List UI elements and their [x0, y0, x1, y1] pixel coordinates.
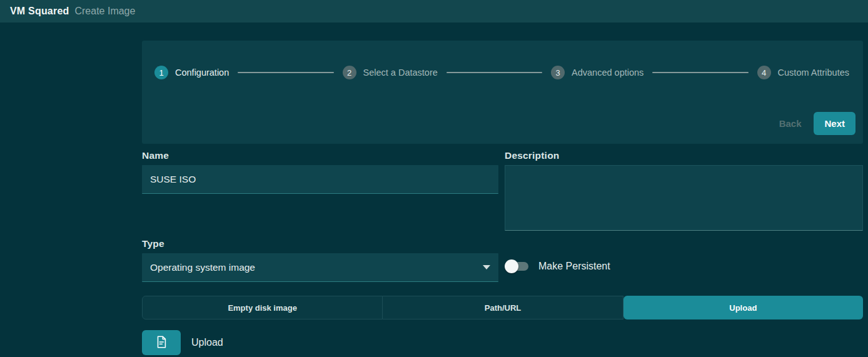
description-label: Description	[505, 150, 863, 161]
persistent-field-group: Make Persistent	[505, 238, 863, 282]
step-number-badge: 3	[551, 66, 565, 79]
make-persistent-toggle[interactable]	[505, 259, 530, 273]
description-field-group: Description	[505, 150, 863, 233]
step-connector-line	[447, 72, 542, 73]
make-persistent-label: Make Persistent	[538, 261, 610, 272]
main-content: 1 Configuration 2 Select a Datastore 3 A…	[142, 41, 863, 355]
app-header: VM Squared Create Image	[0, 0, 868, 23]
type-select-value: Operating system image	[150, 262, 255, 273]
tab-path-url[interactable]: Path/URL	[383, 296, 623, 319]
brand-logo: VM Squared	[10, 6, 69, 17]
step-label: Select a Datastore	[363, 68, 438, 78]
step-label: Configuration	[175, 68, 229, 78]
name-field-group: Name	[142, 150, 498, 233]
image-form: Name Description Type Operating system i…	[142, 150, 863, 282]
type-field-group: Type Operating system image	[142, 238, 498, 282]
image-source-tabs: Empty disk image Path/URL Upload	[142, 296, 863, 319]
back-button[interactable]: Back	[779, 118, 802, 129]
step-number-badge: 2	[343, 66, 356, 79]
step-connector-line	[238, 72, 333, 73]
wizard-actions: Back Next	[779, 112, 855, 135]
step-number-badge: 1	[154, 66, 168, 79]
upload-row: Upload	[142, 330, 863, 355]
tab-upload[interactable]: Upload	[623, 296, 863, 319]
step-configuration[interactable]: 1 Configuration	[154, 66, 229, 79]
name-label: Name	[142, 150, 498, 161]
type-select[interactable]: Operating system image	[142, 253, 498, 282]
step-advanced-options[interactable]: 3 Advanced options	[551, 66, 643, 79]
toggle-knob	[505, 259, 518, 273]
step-custom-attributes[interactable]: 4 Custom Attributes	[757, 66, 849, 79]
chevron-down-icon	[483, 265, 490, 269]
tab-empty-disk-image[interactable]: Empty disk image	[142, 296, 383, 319]
next-button[interactable]: Next	[814, 112, 855, 135]
description-textarea[interactable]	[505, 165, 863, 231]
step-number-badge: 4	[757, 66, 771, 79]
step-label: Advanced options	[572, 68, 643, 78]
step-connector-line	[652, 72, 748, 73]
step-label: Custom Attributes	[778, 68, 849, 78]
type-label: Type	[142, 238, 498, 249]
wizard-stepper: 1 Configuration 2 Select a Datastore 3 A…	[142, 41, 863, 79]
name-input[interactable]	[142, 165, 498, 194]
step-select-datastore[interactable]: 2 Select a Datastore	[343, 66, 438, 79]
wizard-card: 1 Configuration 2 Select a Datastore 3 A…	[142, 41, 863, 144]
upload-label: Upload	[191, 337, 223, 348]
page-title: Create Image	[74, 6, 135, 17]
document-icon	[154, 335, 168, 351]
upload-file-button[interactable]	[142, 330, 181, 355]
